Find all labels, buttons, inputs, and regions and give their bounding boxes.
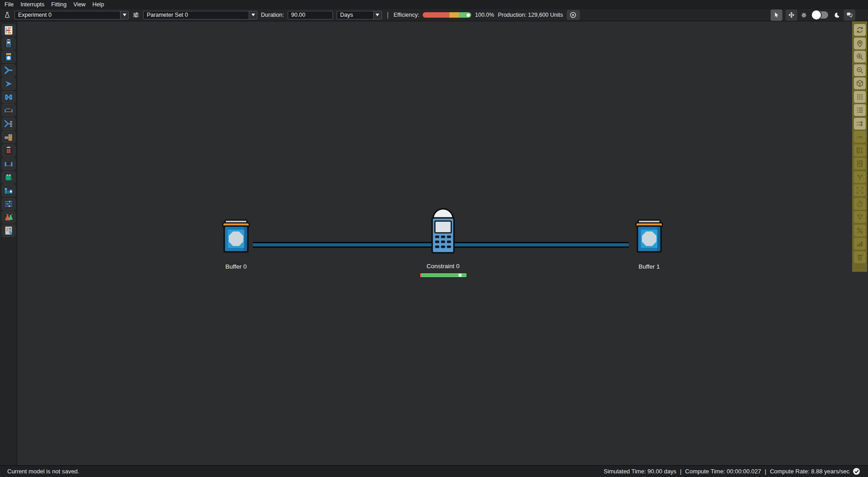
theme-toggle[interactable]: [813, 11, 828, 19]
run-simulation-button[interactable]: [567, 10, 580, 20]
palette-item-parallel-station[interactable]: [2, 91, 15, 103]
palette-item-merge-queue[interactable]: [2, 118, 15, 130]
flow-arrows-icon: [856, 120, 864, 128]
parameter-set-select[interactable]: Parameter Set 0: [143, 11, 257, 19]
reset-view-icon: [856, 26, 864, 34]
constraint-machine-icon: [4, 39, 14, 48]
production-value: Production: 129,600 Units: [498, 12, 563, 18]
experiment-flasks-icon: [4, 212, 14, 222]
cursor-icon: [773, 11, 780, 19]
menu-file[interactable]: File: [5, 1, 14, 8]
efficiency-gauge: [423, 12, 471, 18]
tool-list-view-button[interactable]: [854, 104, 866, 116]
palette-item-buffer-container[interactable]: [2, 51, 15, 63]
duration-unit-select[interactable]: Days: [337, 11, 382, 19]
tool-percent-button[interactable]: [854, 225, 866, 236]
zoom-out-icon: [856, 66, 864, 74]
menu-help[interactable]: Help: [92, 1, 104, 8]
move-icon: [788, 11, 795, 19]
status-bar: Current model is not saved. Simulated Ti…: [0, 465, 868, 477]
palette-item-constraint-machine[interactable]: [2, 38, 15, 50]
buffer-icon: [631, 219, 667, 254]
palette-item-combiner[interactable]: [2, 64, 15, 77]
status-separator: |: [765, 468, 766, 475]
menu-fitting[interactable]: Fitting: [51, 1, 67, 8]
percent-icon: [856, 226, 864, 235]
tool-trash-button[interactable]: [854, 251, 866, 263]
conveyor-icon: [4, 106, 14, 116]
palette-item-experiment-flasks[interactable]: [2, 211, 15, 223]
menu-view[interactable]: View: [73, 1, 86, 8]
palette-item-tank[interactable]: [2, 171, 15, 183]
main-toolbar: Experiment 0 Parameter Set 0 Duration: D…: [0, 9, 868, 21]
cube-icon: [856, 79, 864, 87]
measure-icon: [856, 146, 864, 154]
gauge-icon: [856, 133, 864, 141]
pan-tool-button[interactable]: [786, 10, 797, 21]
tank-icon: [4, 172, 14, 182]
dropdown-arrow-icon: [120, 11, 128, 19]
palette-item-report-document[interactable]: [2, 225, 15, 237]
model-flowchart-icon: [4, 25, 14, 35]
parallel-station-icon: [4, 92, 14, 102]
tool-branch-button[interactable]: [854, 171, 866, 183]
palette-item-conveyor[interactable]: [2, 104, 15, 116]
parameter-sliders-icon: [4, 199, 14, 209]
chat-bubbles-icon: [846, 11, 853, 19]
tune-sliders-icon[interactable]: [132, 11, 140, 19]
node-label: Constraint 0: [427, 263, 460, 270]
model-canvas[interactable]: Buffer 0 Constraint 0 Buffer 1: [17, 21, 868, 465]
palette-item-model-flowchart[interactable]: [2, 24, 15, 36]
select-tool-button[interactable]: [771, 10, 782, 21]
tool-filter-funnel-button[interactable]: [854, 211, 866, 223]
simulated-time-text: Simulated Time: 90.00 days: [604, 468, 676, 475]
tool-grid-button[interactable]: [854, 91, 866, 103]
node-palette-sidebar: [0, 21, 17, 465]
play-circle-icon: [569, 11, 577, 19]
palette-item-processing-machine[interactable]: [2, 131, 15, 143]
actual-size-icon: 1:1: [856, 186, 864, 194]
view-tools-sidebar: 1:1: [852, 21, 867, 272]
cylinder-set-icon: [4, 186, 14, 196]
branch-icon: [856, 173, 864, 181]
tool-zoom-out-button[interactable]: [854, 64, 866, 76]
tool-reset-view-button[interactable]: [854, 24, 866, 36]
trash-icon: [856, 253, 864, 261]
tool-3d-view-button[interactable]: [854, 77, 866, 89]
palette-item-pump-machine[interactable]: [2, 145, 15, 157]
flask-icon: [4, 11, 11, 19]
processing-machine-icon: [4, 132, 14, 142]
node-label: Buffer 1: [638, 263, 660, 270]
node-buffer-0[interactable]: Buffer 0: [209, 219, 263, 270]
toggle-knob: [812, 10, 821, 19]
chat-button[interactable]: [844, 10, 855, 21]
node-label: Buffer 0: [225, 263, 246, 270]
moon-icon: [834, 12, 840, 19]
tool-flow-arrows-button[interactable]: [854, 118, 866, 130]
menu-interrupts[interactable]: Interrupts: [20, 1, 44, 8]
tool-actual-size-button[interactable]: 1:1: [854, 184, 866, 196]
palette-item-parameter-sliders[interactable]: [2, 198, 15, 210]
palette-item-cylinder-set[interactable]: [2, 184, 15, 197]
progress-knob: [458, 274, 462, 277]
tool-locate-button[interactable]: [854, 38, 866, 49]
tool-zoom-in-button[interactable]: [854, 51, 866, 63]
grid-dots-icon: [856, 93, 864, 101]
simulation-status: Simulated Time: 90.00 days | Compute Tim…: [604, 468, 860, 475]
node-buffer-1[interactable]: Buffer 1: [622, 219, 676, 270]
pump-machine-icon: [4, 145, 14, 155]
experiment-select[interactable]: Experiment 0: [14, 11, 129, 19]
tool-stopwatch-button[interactable]: [854, 198, 866, 210]
tool-clipboard-button[interactable]: [854, 158, 866, 169]
node-constraint-0[interactable]: Constraint 0: [416, 207, 470, 277]
menu-bar: File Interrupts Fitting View Help: [0, 0, 868, 9]
tool-bar-chart-button[interactable]: [854, 238, 866, 250]
stopwatch-icon: [856, 200, 864, 208]
status-separator: |: [680, 468, 681, 475]
dropdown-arrow-icon: [249, 11, 257, 19]
duration-input[interactable]: [288, 11, 333, 19]
palette-item-rack-station[interactable]: [2, 158, 15, 170]
palette-item-splitter[interactable]: [2, 77, 15, 90]
tool-measure-button[interactable]: [854, 145, 866, 156]
tool-gauge-button[interactable]: [854, 131, 866, 143]
